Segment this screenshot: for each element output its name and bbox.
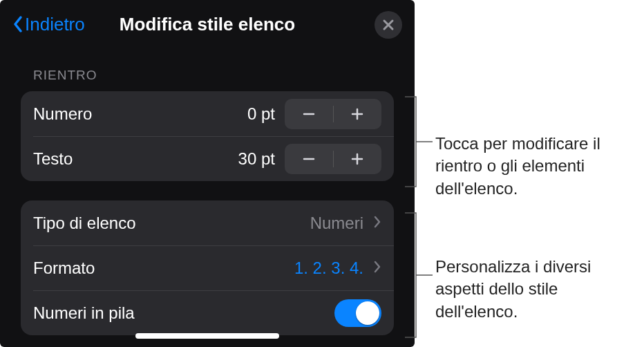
row-tipo-elenco[interactable]: Tipo di elenco Numeri	[21, 200, 394, 245]
label-tipo: Tipo di elenco	[33, 214, 310, 233]
back-label: Indietro	[25, 14, 85, 35]
style-group: Tipo di elenco Numeri Formato 1. 2. 3. 4…	[21, 200, 394, 335]
value-tipo: Numeri	[310, 214, 363, 233]
label-formato: Formato	[33, 259, 294, 278]
edit-list-style-panel: Indietro Modifica stile elenco RIENTRO N…	[0, 0, 415, 347]
minus-icon	[301, 106, 316, 122]
numero-decrement-button[interactable]	[285, 99, 333, 129]
label-pila: Numeri in pila	[33, 303, 334, 323]
stepper-numero	[285, 99, 381, 129]
label-numero: Numero	[33, 104, 220, 124]
value-testo: 30 pt	[220, 149, 275, 169]
home-indicator	[135, 333, 279, 339]
panel-title: Modifica stile elenco	[120, 14, 295, 35]
row-numeri-in-pila: Numeri in pila	[21, 290, 394, 335]
value-numero: 0 pt	[220, 104, 275, 124]
value-formato: 1. 2. 3. 4.	[294, 259, 363, 278]
back-button[interactable]: Indietro	[12, 14, 85, 35]
indent-group: Numero 0 pt Testo 30 pt	[21, 91, 394, 181]
minus-icon	[301, 151, 316, 167]
stepper-testo	[285, 144, 381, 174]
label-testo: Testo	[33, 149, 220, 169]
chevron-right-icon	[373, 215, 381, 232]
callout-indent: Tocca per modificare il rientro o gli el…	[435, 133, 644, 200]
switch-knob	[356, 301, 379, 325]
plus-icon	[350, 106, 365, 122]
annotations: Tocca per modificare il rientro o gli el…	[415, 0, 644, 347]
section-header-rientro: RIENTRO	[0, 48, 415, 91]
close-icon	[382, 19, 395, 31]
panel-header: Indietro Modifica stile elenco	[0, 0, 415, 48]
switch-numeri-in-pila[interactable]	[334, 299, 381, 327]
chevron-right-icon	[373, 260, 381, 276]
row-formato[interactable]: Formato 1. 2. 3. 4.	[21, 245, 394, 290]
close-button[interactable]	[375, 11, 402, 39]
callout-style: Personalizza i diversi aspetti dello sti…	[435, 256, 644, 323]
plus-icon	[350, 151, 365, 167]
numero-increment-button[interactable]	[334, 99, 382, 129]
row-numero: Numero 0 pt	[21, 91, 394, 136]
testo-decrement-button[interactable]	[285, 144, 333, 174]
testo-increment-button[interactable]	[334, 144, 382, 174]
chevron-left-icon	[12, 15, 23, 33]
row-testo: Testo 30 pt	[21, 136, 394, 181]
